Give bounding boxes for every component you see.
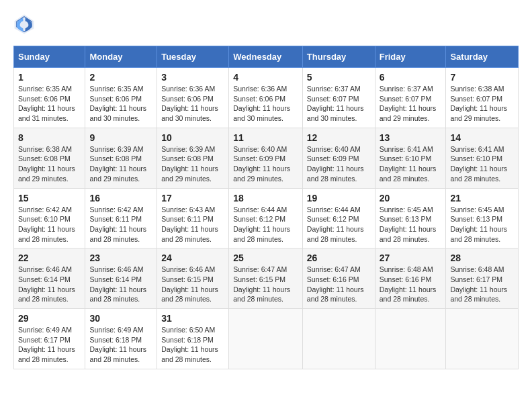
day-info: Sunrise: 6:39 AMSunset: 6:08 PMDaylight:… (89, 144, 152, 184)
calendar-week-row: 1 Sunrise: 6:35 AMSunset: 6:06 PMDayligh… (14, 68, 519, 128)
calendar-cell (229, 309, 303, 369)
col-tuesday: Tuesday (157, 46, 229, 68)
calendar-cell (375, 309, 446, 369)
day-info: Sunrise: 6:44 AMSunset: 6:12 PMDaylight:… (233, 205, 298, 244)
day-info: Sunrise: 6:39 AMSunset: 6:08 PMDaylight:… (161, 144, 224, 184)
calendar-cell: 2 Sunrise: 6:35 AMSunset: 6:06 PMDayligh… (85, 68, 157, 128)
calendar-cell: 17 Sunrise: 6:43 AMSunset: 6:11 PMDaylig… (157, 188, 229, 248)
day-info: Sunrise: 6:49 AMSunset: 6:17 PMDaylight:… (18, 325, 81, 365)
day-number: 10 (161, 132, 224, 143)
calendar-cell: 25 Sunrise: 6:47 AMSunset: 6:15 PMDaylig… (229, 248, 303, 309)
day-number: 27 (380, 253, 442, 263)
col-saturday: Saturday (446, 46, 519, 68)
day-number: 26 (307, 253, 371, 263)
day-number: 19 (307, 193, 371, 203)
day-number: 6 (380, 72, 442, 83)
day-info: Sunrise: 6:42 AMSunset: 6:10 PMDaylight:… (18, 205, 81, 244)
day-info: Sunrise: 6:48 AMSunset: 6:16 PMDaylight:… (380, 265, 442, 304)
day-info: Sunrise: 6:41 AMSunset: 6:10 PMDaylight:… (380, 144, 442, 184)
day-number: 29 (18, 313, 81, 324)
day-info: Sunrise: 6:37 AMSunset: 6:07 PMDaylight:… (307, 84, 371, 124)
day-info: Sunrise: 6:42 AMSunset: 6:11 PMDaylight:… (89, 205, 152, 244)
day-number: 9 (89, 132, 152, 143)
day-info: Sunrise: 6:45 AMSunset: 6:13 PMDaylight:… (380, 205, 442, 244)
calendar-cell: 27 Sunrise: 6:48 AMSunset: 6:16 PMDaylig… (375, 248, 446, 309)
day-info: Sunrise: 6:36 AMSunset: 6:06 PMDaylight:… (233, 84, 298, 124)
day-number: 14 (450, 132, 514, 143)
calendar-cell: 12 Sunrise: 6:40 AMSunset: 6:09 PMDaylig… (302, 128, 375, 188)
day-number: 24 (161, 253, 224, 263)
calendar-cell (302, 309, 375, 369)
calendar-week-row: 29 Sunrise: 6:49 AMSunset: 6:17 PMDaylig… (14, 309, 519, 369)
calendar-cell: 19 Sunrise: 6:44 AMSunset: 6:12 PMDaylig… (302, 188, 375, 248)
day-number: 17 (161, 193, 224, 203)
calendar-cell: 9 Sunrise: 6:39 AMSunset: 6:08 PMDayligh… (85, 128, 157, 188)
calendar-cell: 22 Sunrise: 6:46 AMSunset: 6:14 PMDaylig… (14, 248, 85, 309)
day-info: Sunrise: 6:44 AMSunset: 6:12 PMDaylight:… (307, 205, 371, 244)
day-info: Sunrise: 6:37 AMSunset: 6:07 PMDaylight:… (380, 84, 442, 124)
calendar-cell (446, 309, 519, 369)
day-number: 5 (307, 72, 371, 83)
day-info: Sunrise: 6:38 AMSunset: 6:08 PMDaylight:… (18, 144, 81, 184)
calendar-cell: 7 Sunrise: 6:38 AMSunset: 6:07 PMDayligh… (446, 68, 519, 128)
day-info: Sunrise: 6:40 AMSunset: 6:09 PMDaylight:… (233, 144, 298, 184)
day-number: 31 (161, 313, 224, 324)
day-number: 18 (233, 193, 298, 203)
day-info: Sunrise: 6:50 AMSunset: 6:18 PMDaylight:… (161, 325, 224, 365)
day-info: Sunrise: 6:43 AMSunset: 6:11 PMDaylight:… (161, 205, 224, 244)
calendar-cell: 14 Sunrise: 6:41 AMSunset: 6:10 PMDaylig… (446, 128, 519, 188)
calendar-cell: 29 Sunrise: 6:49 AMSunset: 6:17 PMDaylig… (14, 309, 85, 369)
calendar-cell: 30 Sunrise: 6:49 AMSunset: 6:18 PMDaylig… (85, 309, 157, 369)
day-info: Sunrise: 6:46 AMSunset: 6:14 PMDaylight:… (89, 265, 152, 304)
day-number: 2 (89, 72, 152, 83)
calendar-cell: 28 Sunrise: 6:48 AMSunset: 6:17 PMDaylig… (446, 248, 519, 309)
day-number: 15 (18, 193, 81, 203)
day-info: Sunrise: 6:45 AMSunset: 6:13 PMDaylight:… (450, 205, 514, 244)
calendar-cell: 23 Sunrise: 6:46 AMSunset: 6:14 PMDaylig… (85, 248, 157, 309)
calendar-cell: 1 Sunrise: 6:35 AMSunset: 6:06 PMDayligh… (14, 68, 85, 128)
col-monday: Monday (85, 46, 157, 68)
day-number: 30 (89, 313, 152, 324)
calendar-cell: 4 Sunrise: 6:36 AMSunset: 6:06 PMDayligh… (229, 68, 303, 128)
day-info: Sunrise: 6:41 AMSunset: 6:10 PMDaylight:… (450, 144, 514, 184)
calendar-header-row: Sunday Monday Tuesday Wednesday Thursday… (14, 46, 519, 68)
day-number: 28 (450, 253, 514, 263)
day-info: Sunrise: 6:49 AMSunset: 6:18 PMDaylight:… (89, 325, 152, 365)
day-number: 7 (450, 72, 514, 83)
day-number: 25 (233, 253, 298, 263)
calendar-cell: 6 Sunrise: 6:37 AMSunset: 6:07 PMDayligh… (375, 68, 446, 128)
col-wednesday: Wednesday (229, 46, 303, 68)
day-number: 4 (233, 72, 298, 83)
page-header (13, 13, 519, 35)
calendar-cell: 5 Sunrise: 6:37 AMSunset: 6:07 PMDayligh… (302, 68, 375, 128)
day-info: Sunrise: 6:46 AMSunset: 6:15 PMDaylight:… (161, 265, 224, 304)
day-info: Sunrise: 6:47 AMSunset: 6:16 PMDaylight:… (307, 265, 371, 304)
col-friday: Friday (375, 46, 446, 68)
day-number: 16 (89, 193, 152, 203)
day-info: Sunrise: 6:38 AMSunset: 6:07 PMDaylight:… (450, 84, 514, 124)
calendar-cell: 18 Sunrise: 6:44 AMSunset: 6:12 PMDaylig… (229, 188, 303, 248)
day-number: 20 (380, 193, 442, 203)
day-number: 13 (380, 132, 442, 143)
col-sunday: Sunday (14, 46, 85, 68)
logo-icon (13, 13, 35, 35)
calendar-week-row: 8 Sunrise: 6:38 AMSunset: 6:08 PMDayligh… (14, 128, 519, 188)
day-info: Sunrise: 6:47 AMSunset: 6:15 PMDaylight:… (233, 265, 298, 304)
day-info: Sunrise: 6:46 AMSunset: 6:14 PMDaylight:… (18, 265, 81, 304)
day-info: Sunrise: 6:35 AMSunset: 6:06 PMDaylight:… (18, 84, 81, 124)
calendar-cell: 26 Sunrise: 6:47 AMSunset: 6:16 PMDaylig… (302, 248, 375, 309)
day-number: 23 (89, 253, 152, 263)
day-number: 21 (450, 193, 514, 203)
day-info: Sunrise: 6:36 AMSunset: 6:06 PMDaylight:… (161, 84, 224, 124)
logo (13, 13, 39, 35)
day-info: Sunrise: 6:40 AMSunset: 6:09 PMDaylight:… (307, 144, 371, 184)
calendar-cell: 11 Sunrise: 6:40 AMSunset: 6:09 PMDaylig… (229, 128, 303, 188)
day-info: Sunrise: 6:48 AMSunset: 6:17 PMDaylight:… (450, 265, 514, 304)
calendar-cell: 15 Sunrise: 6:42 AMSunset: 6:10 PMDaylig… (14, 188, 85, 248)
calendar-cell: 31 Sunrise: 6:50 AMSunset: 6:18 PMDaylig… (157, 309, 229, 369)
calendar-table: Sunday Monday Tuesday Wednesday Thursday… (13, 46, 519, 369)
calendar-cell: 16 Sunrise: 6:42 AMSunset: 6:11 PMDaylig… (85, 188, 157, 248)
calendar-week-row: 15 Sunrise: 6:42 AMSunset: 6:10 PMDaylig… (14, 188, 519, 248)
calendar-cell: 10 Sunrise: 6:39 AMSunset: 6:08 PMDaylig… (157, 128, 229, 188)
calendar-cell: 21 Sunrise: 6:45 AMSunset: 6:13 PMDaylig… (446, 188, 519, 248)
